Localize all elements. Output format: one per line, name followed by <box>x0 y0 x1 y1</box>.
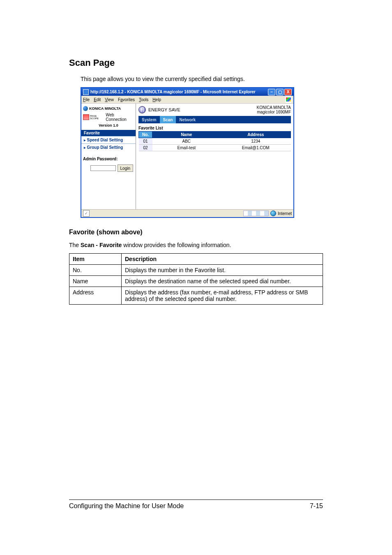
tab-network[interactable]: Network <box>176 116 198 123</box>
device-model: magicolor 1690MF <box>256 110 291 114</box>
cell-no: 01 <box>139 138 152 145</box>
web-connection-label: Web Connection <box>106 113 134 122</box>
info-item: Address <box>69 287 122 305</box>
info-header-item: Item <box>69 254 122 265</box>
page-footer: Configuring the Machine for User Mode 7-… <box>69 500 323 510</box>
col-header-no: No. <box>139 132 152 138</box>
info-table: Item Description No. Displays the number… <box>69 253 323 305</box>
table-row: 02 Email-test Email@1.COM <box>139 145 291 151</box>
km-logo-icon <box>83 106 88 111</box>
cell-address: 1234 <box>221 138 291 145</box>
cell-name: Email-test <box>152 145 221 151</box>
table-row: Name Displays the destination name of th… <box>69 276 323 287</box>
admin-password-input[interactable] <box>90 165 116 171</box>
menu-tools[interactable]: Tools <box>139 97 148 102</box>
table-row: Address Displays the address (fax number… <box>69 287 323 305</box>
done-icon: ✓ <box>83 210 90 217</box>
screenshot-window: http://192.168.1.2 - KONICA MINOLTA magi… <box>81 87 294 218</box>
menu-favorites[interactable]: Favorites <box>118 97 135 102</box>
menu-edit[interactable]: Edit <box>94 97 101 102</box>
info-description: Displays the address (fax number, e-mail… <box>122 287 323 305</box>
tab-scan[interactable]: Scan <box>160 116 176 123</box>
menu-view[interactable]: View <box>105 97 114 102</box>
menu-help[interactable]: Help <box>152 97 161 102</box>
internet-zone-label: Internet <box>278 211 292 216</box>
footer-section-title: Configuring the Machine for User Mode <box>69 502 184 510</box>
menubar: File Edit View Favorites Tools Help <box>81 96 293 104</box>
minimize-button[interactable]: – <box>268 89 275 95</box>
table-row: 01 ABC 1234 <box>139 138 291 145</box>
sidebar-item-group-dial[interactable]: Group Dial Setting <box>81 143 136 151</box>
device-brand: KONICA MINOLTA <box>256 105 291 110</box>
footer-page-number: 7-15 <box>310 502 323 510</box>
window-title: http://192.168.1.2 - KONICA MINOLTA magi… <box>90 90 268 94</box>
statusbar: ✓ Internet <box>81 209 293 217</box>
table-row: No. Displays the number in the Favorite … <box>69 265 323 276</box>
version-label: Version 1.0 <box>83 123 134 127</box>
favorite-list-label: Favorite List <box>138 126 293 130</box>
cell-address: Email@1.COM <box>221 145 291 151</box>
pagescope-prefix: PAGE SCOPE <box>90 115 105 120</box>
status-separator <box>243 210 269 216</box>
cell-name: ABC <box>152 138 221 145</box>
ie-logo-icon <box>285 96 292 103</box>
subsection-description: The Scan - Favorite window provides the … <box>69 242 323 248</box>
close-button[interactable]: X <box>284 89 292 95</box>
main-pane: ENERGY SAVE KONICA MINOLTA magicolor 169… <box>136 104 293 209</box>
brand-label: KONICA MINOLTA <box>89 106 121 111</box>
info-item: Name <box>69 276 122 287</box>
tab-strip: System Scan Network <box>138 116 291 123</box>
internet-zone-icon <box>270 210 276 216</box>
login-button[interactable]: Login <box>118 164 133 172</box>
col-header-name: Name <box>152 132 221 138</box>
sidebar-item-speed-dial[interactable]: Speed Dial Setting <box>81 136 136 143</box>
energy-save-icon <box>138 106 146 113</box>
cell-no: 02 <box>139 145 152 151</box>
intro-text: This page allows you to view the current… <box>81 76 323 82</box>
info-description: Displays the destination name of the sel… <box>122 276 323 287</box>
info-item: No. <box>69 265 122 276</box>
ie-icon <box>83 89 89 95</box>
menu-file[interactable]: File <box>83 97 90 102</box>
col-header-address: Address <box>221 132 291 138</box>
tab-system[interactable]: System <box>138 116 160 123</box>
energy-save-label: ENERGY SAVE <box>148 107 180 112</box>
section-heading: Scan Page <box>69 58 323 68</box>
info-header-description: Description <box>122 254 323 265</box>
subsection-heading: Favorite (shown above) <box>69 229 323 236</box>
sidebar: KONICA MINOLTA PAGE SCOPE Web Connection… <box>81 104 136 209</box>
document-page: Scan Page This page allows you to view t… <box>0 0 392 555</box>
sidebar-nav-header: Favorite <box>81 130 136 136</box>
info-description: Displays the number in the Favorite list… <box>122 265 323 276</box>
favorite-table: No. Name Address 01 ABC 1234 02 Email-te… <box>138 131 291 151</box>
maximize-button[interactable]: ▢ <box>276 89 284 95</box>
pagescope-icon <box>83 114 89 120</box>
admin-password-label: Admin Password: <box>81 151 136 163</box>
titlebar: http://192.168.1.2 - KONICA MINOLTA magi… <box>81 88 293 96</box>
